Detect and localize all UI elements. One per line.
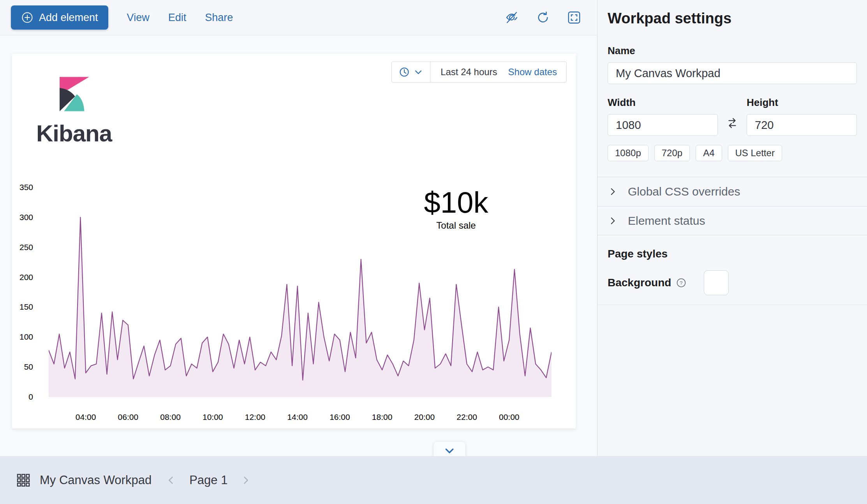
footer-workpad-name: My Canvas Workpad [40,473,152,487]
help-icon[interactable]: ? [676,277,687,288]
add-element-button[interactable]: Add element [11,5,108,30]
metric-label: Total sale [409,220,503,231]
kibana-logo-icon [57,74,91,117]
time-filter-quick-select[interactable] [392,62,430,82]
name-label: Name [608,45,857,57]
dimensions-row: Width Height [608,97,857,136]
x-tick-label: 18:00 [365,412,400,422]
time-filter-element[interactable]: Last 24 hours Show dates [391,62,567,83]
workpad-name-input[interactable] [608,62,857,84]
x-tick-label: 10:00 [195,412,230,422]
x-tick-label: 16:00 [322,412,357,422]
preset-a4-button[interactable]: A4 [696,145,722,161]
plus-circle-icon [21,11,33,24]
chevron-down-icon [414,67,423,77]
show-dates-link[interactable]: Show dates [508,67,557,78]
accordion-group: Global CSS overrides Element status [597,177,867,235]
top-toolbar: Add element View Edit Share [0,0,597,35]
kibana-logo-text: Kibana [36,120,112,147]
global-css-overrides-label: Global CSS overrides [628,185,740,198]
nav-view[interactable]: View [127,12,150,24]
footer-bar: My Canvas Workpad Page 1 [0,456,867,504]
metric-value: $10k [409,185,503,219]
height-input[interactable] [747,114,857,136]
x-tick-label: 04:00 [68,412,103,422]
y-tick-label: 100 [12,332,33,342]
workpad-page[interactable]: Kibana Last 24 hours [12,54,576,428]
page-styles-title: Page styles [608,248,857,260]
y-tick-label: 0 [12,392,33,402]
chart-x-axis-labels: 04:0006:0008:0010:0012:0014:0016:0018:00… [12,412,576,424]
clock-icon [399,67,410,78]
y-tick-label: 200 [12,273,33,282]
refresh-icon[interactable] [536,10,550,25]
nav-edit[interactable]: Edit [168,12,187,24]
y-tick-label: 250 [12,243,33,252]
width-label: Width [608,97,718,109]
x-tick-label: 22:00 [449,412,485,422]
y-tick-label: 300 [12,213,33,222]
y-tick-label: 150 [12,302,33,312]
chevron-down-icon [444,445,455,456]
x-tick-label: 00:00 [492,412,527,422]
y-tick-label: 350 [12,183,33,192]
x-tick-label: 12:00 [238,412,273,422]
element-status-accordion[interactable]: Element status [597,206,867,235]
chevron-left-icon [166,475,176,486]
page-manager-expand-button[interactable] [434,442,465,456]
workpad-workspace: Kibana Last 24 hours [0,35,597,456]
next-page-button[interactable] [240,475,251,486]
canvas-app: Add element View Edit Share [0,0,867,504]
chevron-right-icon [608,187,618,197]
background-row: Background ? [597,270,867,305]
element-status-label: Element status [628,214,705,227]
chevron-right-icon [608,216,618,226]
global-css-overrides-accordion[interactable]: Global CSS overrides [597,177,867,206]
fullscreen-icon[interactable] [567,10,582,25]
chart-y-axis-labels: 350300250200150100500 [12,187,33,397]
swap-arrows-icon [726,116,739,130]
x-tick-label: 20:00 [407,412,442,422]
panel-title: Workpad settings [608,10,857,27]
width-input[interactable] [608,114,718,136]
add-element-label: Add element [39,12,98,24]
main-row: Add element View Edit Share [0,0,867,456]
x-tick-label: 14:00 [280,412,315,422]
preset-720p-button[interactable]: 720p [654,145,690,161]
hide-toolbars-icon[interactable] [504,10,519,25]
background-label: Background [608,277,671,289]
x-tick-label: 06:00 [111,412,146,422]
x-tick-label: 08:00 [153,412,188,422]
time-filter-duration: Last 24 hours [441,67,497,78]
chevron-right-icon [240,475,251,486]
height-label: Height [747,97,857,109]
height-field: Height [747,97,857,136]
preset-us-letter-button[interactable]: US Letter [728,145,782,161]
current-page-label: Page 1 [189,473,227,487]
swap-dimensions-button[interactable] [718,112,747,134]
previous-page-button[interactable] [166,475,176,486]
name-field-row: Name [608,45,857,84]
preset-1080p-button[interactable]: 1080p [608,145,648,161]
workpad-settings-panel: Workpad settings Name Width Height [597,0,867,456]
width-field: Width [608,97,718,136]
y-tick-label: 50 [12,362,33,372]
metric-element[interactable]: $10k Total sale [409,185,503,231]
page-grid-icon[interactable] [16,472,31,488]
svg-text:?: ? [680,280,683,286]
nav-share[interactable]: Share [205,12,233,24]
workspace-column: Add element View Edit Share [0,0,597,456]
background-color-swatch[interactable] [704,270,729,295]
size-presets: 1080p 720p A4 US Letter [608,145,857,161]
kibana-logo-element[interactable]: Kibana [36,74,112,147]
